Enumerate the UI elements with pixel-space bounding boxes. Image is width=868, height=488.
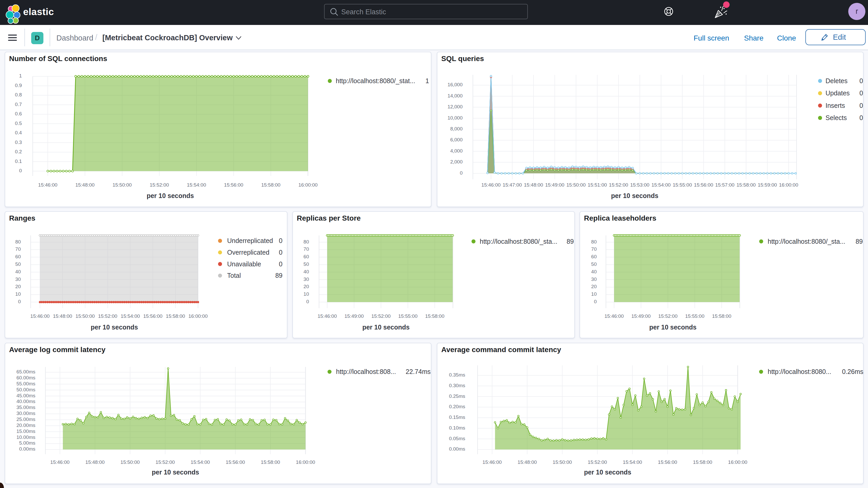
svg-text:15.00ms: 15.00ms (17, 428, 35, 434)
svg-text:35.00ms: 35.00ms (17, 404, 35, 410)
svg-text:80: 80 (16, 239, 21, 245)
svg-text:0.9: 0.9 (15, 83, 22, 88)
svg-text:89: 89 (856, 238, 863, 245)
svg-text:15:56:00: 15:56:00 (694, 182, 713, 188)
svg-text:0.26ms: 0.26ms (842, 368, 863, 375)
svg-text:0: 0 (279, 237, 282, 244)
svg-text:15:48:00: 15:48:00 (524, 182, 543, 188)
svg-text:15:46:00: 15:46:00 (30, 313, 50, 319)
svg-text:15:46:00: 15:46:00 (481, 182, 500, 188)
svg-text:0.05ms: 0.05ms (449, 436, 465, 441)
svg-text:70: 70 (16, 246, 21, 252)
svg-text:15:57:00: 15:57:00 (715, 182, 735, 188)
svg-text:per 10 seconds: per 10 seconds (584, 468, 631, 476)
svg-text:15:55:00: 15:55:00 (685, 313, 705, 319)
svg-text:0.10ms: 0.10ms (449, 425, 465, 431)
svg-text:8,000: 8,000 (450, 126, 463, 131)
svg-text:0.8: 0.8 (15, 92, 22, 97)
svg-text:Underreplicated: Underreplicated (227, 237, 273, 244)
svg-text:15:53:00: 15:53:00 (630, 182, 649, 188)
svg-text:50.00ms: 50.00ms (17, 387, 35, 392)
svg-text:30.00ms: 30.00ms (17, 410, 35, 416)
svg-text:15:52:00: 15:52:00 (156, 459, 175, 465)
svg-text:30: 30 (591, 276, 597, 282)
svg-text:http://localhost:8080/_sta...: http://localhost:8080/_sta... (768, 238, 845, 245)
svg-text:10.00ms: 10.00ms (17, 434, 35, 440)
svg-text:65.00ms: 65.00ms (17, 369, 35, 374)
svg-text:16:00:00: 16:00:00 (296, 459, 315, 465)
svg-text:Average log commit latency: Average log commit latency (9, 345, 105, 354)
svg-text:0.25ms: 0.25ms (449, 393, 465, 399)
svg-text:Number of SQL connections: Number of SQL connections (9, 55, 107, 63)
svg-text:50: 50 (304, 262, 309, 267)
svg-text:15:48:00: 15:48:00 (53, 313, 72, 319)
svg-text:15:50:00: 15:50:00 (121, 459, 140, 465)
svg-text:22.74ms: 22.74ms (406, 368, 431, 375)
svg-text:16:00:00: 16:00:00 (298, 182, 317, 188)
svg-text:15:54:00: 15:54:00 (121, 313, 140, 319)
svg-text:15:54:00: 15:54:00 (652, 182, 671, 188)
svg-text:15:46:00: 15:46:00 (604, 313, 624, 319)
svg-text:10: 10 (304, 291, 309, 297)
svg-text:15:50:00: 15:50:00 (75, 313, 95, 319)
svg-text:20: 20 (591, 284, 597, 289)
svg-text:0.7: 0.7 (15, 101, 22, 107)
svg-text:2,000: 2,000 (450, 159, 463, 164)
svg-text:0: 0 (306, 299, 309, 304)
svg-text:0: 0 (460, 170, 463, 176)
svg-text:Overreplicated: Overreplicated (227, 249, 270, 256)
svg-text:per 10 seconds: per 10 seconds (611, 192, 658, 199)
svg-text:20.00ms: 20.00ms (17, 423, 35, 428)
svg-text:16:00:00: 16:00:00 (728, 459, 747, 465)
svg-text:http://localhost:8080...: http://localhost:8080... (768, 368, 831, 375)
svg-text:16:00:00: 16:00:00 (779, 182, 798, 188)
svg-text:30: 30 (304, 276, 309, 282)
svg-text:15:52:00: 15:52:00 (658, 313, 678, 319)
svg-text:15:58:00: 15:58:00 (261, 459, 280, 465)
svg-text:15:58:00: 15:58:00 (166, 313, 185, 319)
svg-text:50: 50 (16, 262, 21, 267)
svg-text:15:55:00: 15:55:00 (398, 313, 417, 319)
svg-text:15:52:00: 15:52:00 (588, 459, 607, 465)
svg-text:http://localhost:808...: http://localhost:808... (336, 368, 396, 375)
svg-text:15:54:00: 15:54:00 (191, 459, 210, 465)
svg-text:15:50:00: 15:50:00 (113, 182, 132, 188)
svg-text:15:48:00: 15:48:00 (518, 459, 537, 465)
svg-text:0.4: 0.4 (15, 130, 22, 135)
svg-text:15:48:00: 15:48:00 (75, 182, 95, 188)
svg-text:15:58:00: 15:58:00 (261, 182, 280, 188)
svg-text:12,000: 12,000 (447, 104, 463, 110)
svg-text:30: 30 (16, 276, 21, 282)
svg-text:per 10 seconds: per 10 seconds (147, 192, 194, 199)
svg-text:25.00ms: 25.00ms (17, 417, 35, 422)
svg-text:per 10 seconds: per 10 seconds (649, 324, 696, 331)
svg-text:0.30ms: 0.30ms (449, 383, 465, 388)
svg-text:15:56:00: 15:56:00 (658, 459, 677, 465)
svg-text:70: 70 (591, 246, 597, 252)
svg-text:45.00ms: 45.00ms (17, 393, 35, 398)
svg-text:40: 40 (591, 269, 597, 274)
svg-text:16,000: 16,000 (447, 82, 463, 87)
svg-text:per 10 seconds: per 10 seconds (362, 324, 410, 331)
svg-text:70: 70 (304, 246, 309, 252)
svg-text:0.35ms: 0.35ms (449, 372, 465, 377)
svg-text:40: 40 (16, 269, 21, 274)
svg-text:Ranges: Ranges (9, 214, 35, 222)
svg-text:Replica leaseholders: Replica leaseholders (584, 214, 656, 222)
svg-text:16:00:00: 16:00:00 (188, 313, 208, 319)
svg-text:15:58:00: 15:58:00 (693, 459, 712, 465)
svg-text:6,000: 6,000 (450, 137, 463, 143)
svg-text:15:46:00: 15:46:00 (483, 459, 502, 465)
svg-text:14,000: 14,000 (447, 93, 463, 98)
svg-text:0.00ms: 0.00ms (449, 446, 465, 452)
svg-text:0.2: 0.2 (15, 149, 22, 154)
svg-text:15:46:00: 15:46:00 (317, 313, 337, 319)
svg-text:10,000: 10,000 (447, 115, 463, 121)
svg-text:15:51:00: 15:51:00 (588, 182, 607, 188)
svg-text:1: 1 (19, 73, 22, 79)
svg-text:5.00ms: 5.00ms (19, 440, 35, 446)
svg-text:15:56:00: 15:56:00 (224, 182, 243, 188)
svg-text:0: 0 (279, 249, 282, 256)
svg-text:0: 0 (860, 114, 863, 121)
svg-text:15:49:00: 15:49:00 (345, 313, 364, 319)
